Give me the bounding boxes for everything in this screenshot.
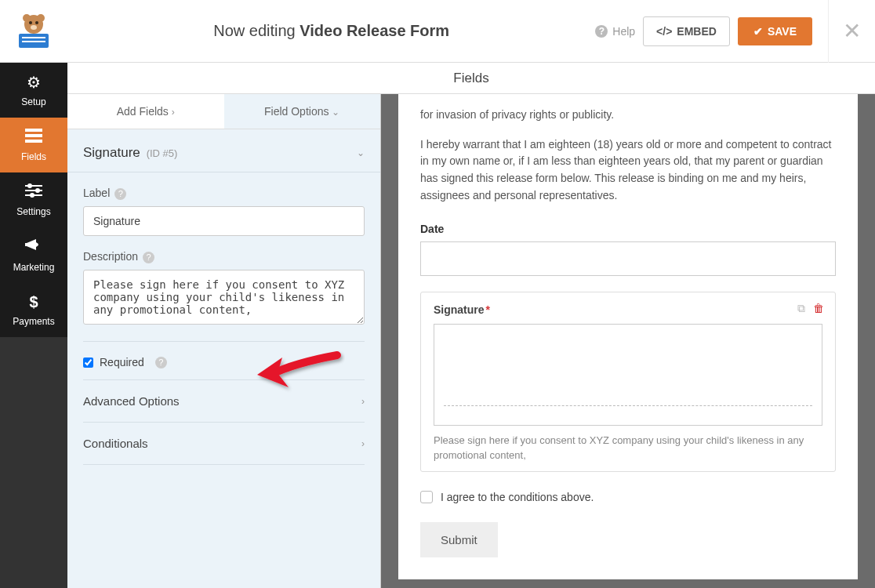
bullhorn-icon	[25, 238, 42, 257]
left-sidebar: ⚙ Setup Fields Settings Marketing $ Paym…	[0, 63, 67, 588]
help-icon[interactable]: ?	[155, 357, 167, 368]
panel-tabs: Add Fields› Field Options⌄	[67, 94, 380, 129]
tab-label: Add Fields	[117, 105, 169, 118]
svg-point-16	[36, 189, 39, 192]
required-checkbox[interactable]	[83, 358, 93, 368]
form-preview-card: for invasion of privacy rights or public…	[398, 94, 858, 579]
gear-icon: ⚙	[27, 73, 41, 92]
app-logo	[0, 10, 67, 53]
save-label: SAVE	[768, 25, 797, 38]
signature-description: Please sign here if you consent to XYZ c…	[434, 434, 822, 463]
close-icon: ✕	[843, 18, 861, 44]
svg-rect-2	[22, 41, 45, 42]
help-icon: ?	[595, 25, 608, 38]
embed-label: EMBED	[677, 25, 717, 38]
svg-rect-9	[25, 129, 42, 132]
field-options-panel: Add Fields› Field Options⌄ Signature (ID…	[67, 94, 381, 588]
desc-caption: Description?	[83, 250, 365, 263]
form-preview-area: for invasion of privacy rights or public…	[381, 94, 875, 588]
sidebar-item-payments[interactable]: $ Payments	[0, 282, 67, 337]
trash-icon[interactable]: 🗑	[813, 302, 824, 315]
field-tools: ⧉ 🗑	[797, 302, 824, 315]
chevron-down-icon: ⌄	[332, 107, 339, 118]
svg-point-8	[31, 25, 37, 30]
list-icon	[25, 129, 42, 147]
embed-button[interactable]: </> EMBED	[643, 16, 730, 46]
date-input[interactable]	[420, 241, 836, 276]
date-field[interactable]: Date	[420, 223, 836, 276]
svg-rect-18	[25, 243, 27, 246]
tab-add-fields[interactable]: Add Fields›	[67, 94, 224, 129]
field-id: (ID #5)	[147, 147, 178, 159]
svg-rect-11	[25, 140, 42, 143]
chevron-right-icon: ›	[361, 396, 365, 407]
svg-point-4	[23, 14, 31, 22]
label-input[interactable]	[83, 206, 365, 236]
signature-field[interactable]: ⧉ 🗑 Signature* Please sign here if you c…	[420, 292, 836, 472]
conditionals-toggle[interactable]: Conditionals ›	[83, 423, 365, 465]
header-actions: ? Help </> EMBED ✔ SAVE	[595, 16, 828, 46]
description-row: Description?	[83, 250, 365, 327]
tab-label: Field Options	[264, 105, 329, 118]
body-text-fragment: for invasion of privacy rights or public…	[420, 94, 836, 124]
save-button[interactable]: ✔ SAVE	[738, 17, 812, 45]
label-caption: Label?	[83, 187, 365, 200]
field-header-toggle[interactable]: Signature (ID #5) ⌄	[67, 129, 380, 172]
svg-point-17	[31, 194, 34, 197]
description-textarea[interactable]	[83, 270, 365, 325]
help-link[interactable]: ? Help	[595, 25, 635, 38]
sidebar-label: Setup	[21, 96, 45, 107]
help-label: Help	[612, 25, 635, 38]
required-star: *	[486, 303, 490, 316]
advanced-options-toggle[interactable]: Advanced Options ›	[83, 380, 365, 423]
chevron-right-icon: ›	[172, 107, 175, 118]
agree-label: I agree to the conditions above.	[441, 491, 594, 503]
sidebar-item-setup[interactable]: ⚙ Setup	[0, 63, 67, 118]
top-header: Now editing Video Release Form ? Help </…	[0, 0, 875, 63]
sidebar-item-settings[interactable]: Settings	[0, 172, 67, 227]
form-name: Video Release Form	[300, 22, 449, 39]
label-row: Label?	[83, 187, 365, 236]
body-text: I hereby warrant that I am eighteen (18)…	[420, 136, 836, 205]
help-icon[interactable]: ?	[143, 252, 154, 263]
advanced-label: Advanced Options	[83, 394, 180, 408]
sidebar-label: Settings	[16, 206, 50, 217]
required-label: Required	[100, 356, 144, 368]
field-body: Label? Description? Required ? Advanced …	[67, 172, 380, 479]
agree-checkbox[interactable]	[420, 491, 433, 503]
sidebar-item-marketing[interactable]: Marketing	[0, 227, 67, 282]
svg-point-15	[28, 184, 31, 187]
agree-field[interactable]: I agree to the conditions above.	[420, 491, 836, 503]
signature-label: Signature*	[434, 303, 822, 316]
field-name: Signature	[83, 145, 140, 160]
duplicate-icon[interactable]: ⧉	[797, 302, 805, 315]
conditionals-label: Conditionals	[83, 437, 148, 450]
svg-point-6	[29, 21, 32, 24]
editing-prefix: Now editing	[213, 22, 300, 39]
help-icon[interactable]: ?	[114, 188, 126, 200]
chevron-right-icon: ›	[361, 438, 365, 449]
tab-field-options[interactable]: Field Options⌄	[224, 94, 381, 129]
check-icon: ✔	[753, 25, 763, 38]
code-icon: </>	[656, 25, 672, 38]
close-button[interactable]: ✕	[828, 0, 875, 63]
required-row: Required ?	[83, 341, 365, 380]
dollar-icon: $	[29, 293, 38, 311]
svg-point-5	[37, 14, 45, 22]
editing-title: Now editing Video Release Form	[67, 22, 595, 40]
chevron-down-icon: ⌄	[357, 147, 365, 158]
svg-rect-1	[22, 37, 45, 38]
sliders-icon	[25, 183, 42, 201]
sidebar-label: Payments	[13, 316, 54, 327]
date-label: Date	[420, 223, 836, 235]
sidebar-label: Marketing	[13, 262, 55, 273]
svg-point-7	[35, 21, 38, 24]
panel-title: Fields	[67, 63, 875, 94]
submit-button[interactable]: Submit	[420, 522, 498, 557]
signature-pad[interactable]	[434, 324, 822, 426]
sidebar-label: Fields	[21, 151, 46, 162]
svg-rect-10	[25, 134, 42, 137]
sidebar-item-fields[interactable]: Fields	[0, 118, 67, 172]
